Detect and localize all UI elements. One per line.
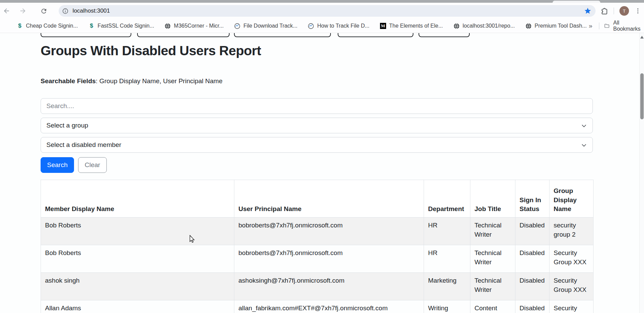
col-user-principal-name: User Principal Name (234, 180, 424, 218)
cell-department: Writing (424, 300, 470, 313)
disabled-member-select[interactable]: Select a disabled member (41, 137, 593, 153)
cell-sign-in-status: Disabled (515, 273, 550, 300)
table-row: Bob Roberts bobroberts@7xh7fj.onmicrosof… (41, 218, 594, 245)
chevron-down-icon (581, 142, 587, 148)
chevron-down-icon (581, 123, 587, 129)
cell-group: security group 2 (550, 218, 594, 245)
url-text[interactable]: localhost:3001 (73, 8, 584, 14)
col-department: Department (424, 180, 470, 218)
reload-icon[interactable] (38, 5, 50, 17)
all-bookmarks-button[interactable]: All Bookmarks (604, 20, 642, 32)
table-row: Bob Roberts bobroberts@7xh7fj.onmicrosof… (41, 245, 594, 273)
back-icon[interactable] (1, 5, 12, 17)
nav-button-cutoff-5[interactable] (419, 33, 470, 37)
disabled-member-select-value: Select a disabled member (46, 141, 121, 149)
chart-line-icon (234, 23, 241, 29)
site-info-icon[interactable] (62, 8, 69, 14)
bookmark-elements-of-elegance[interactable]: M The Elements of Ele... (380, 23, 443, 29)
forward-icon[interactable] (17, 5, 29, 17)
table-row: Allan Adams allan_fabrikam.com#EXT#@7xh7… (41, 300, 594, 313)
cell-upn: bobroberts@7xh7fj.onmicrosoft.com (234, 245, 424, 273)
table-header-row: Member Display Name User Principal Name … (41, 180, 594, 218)
nav-button-cutoff-2[interactable] (137, 33, 230, 37)
cell-sign-in-status: Disabled (515, 218, 550, 245)
searchable-fields-label: Searchable Fields (41, 77, 96, 85)
cell-sign-in-status: Disabled (515, 245, 550, 273)
cell-member: Allan Adams (41, 300, 234, 313)
globe-icon (525, 23, 532, 29)
searchable-fields-line: Searchable Fields: Group Display Name, U… (41, 77, 222, 85)
page-content: Groups With Disabled Users Report Search… (0, 33, 644, 313)
dollar-icon: $ (16, 23, 23, 29)
browser-toolbar: localhost:3001 T (0, 3, 644, 19)
cell-job-title: Technical Writer (470, 218, 515, 245)
bookmark-star-icon[interactable] (584, 7, 591, 15)
menu-kebab-icon[interactable] (634, 8, 641, 14)
bookmark-cheap-code-signing[interactable]: $ Cheap Code Signin... (16, 23, 78, 29)
cell-member: Bob Roberts (41, 218, 234, 245)
tab-strip (0, 0, 644, 3)
medium-icon: M (380, 23, 386, 29)
cell-department: HR (424, 218, 470, 245)
profile-avatar[interactable]: T (619, 6, 629, 16)
report-table: Member Display Name User Principal Name … (41, 180, 593, 313)
cell-department: HR (424, 245, 470, 273)
cell-upn: allan_fabrikam.com#EXT#@7xh7fj.onmicroso… (234, 300, 424, 313)
bookmark-file-download-tracker[interactable]: File Download Track... (234, 23, 297, 29)
chart-line-icon (308, 23, 314, 29)
dollar-icon: $ (88, 23, 95, 29)
nav-button-cutoff-4[interactable] (338, 33, 413, 37)
cell-upn: bobroberts@7xh7fj.onmicrosoft.com (234, 218, 424, 245)
nav-button-cutoff-3[interactable] (234, 33, 331, 37)
cell-job-title: Content (470, 300, 515, 313)
bookmark-fastssl-code-signing[interactable]: $ FastSSL Code Signin... (88, 23, 154, 29)
col-job-title: Job Title (470, 180, 515, 218)
toolbar-divider (614, 8, 614, 14)
cell-department: Marketing (424, 273, 470, 300)
table-row: ashok singh ashoksingh@7xh7fj.onmicrosof… (41, 273, 594, 300)
bookmark-how-to-track-file[interactable]: How to Track File D... (308, 23, 369, 29)
globe-icon (164, 23, 171, 29)
cell-job-title: Technical Writer (470, 245, 515, 273)
cell-group: Security Group XXX (550, 273, 594, 300)
search-button[interactable]: Search (41, 157, 74, 173)
page-title: Groups With Disabled Users Report (41, 43, 261, 58)
page-scrollbar[interactable] (639, 33, 644, 313)
extensions-icon[interactable] (600, 7, 608, 15)
cell-member: ashok singh (41, 273, 234, 300)
bookmark-premium-tool-dashboard[interactable]: Premium Tool Dash... (525, 23, 587, 29)
bookmarks-bar: $ Cheap Code Signin... $ FastSSL Code Si… (0, 19, 644, 33)
nav-button-cutoff-1[interactable] (41, 33, 131, 37)
group-select[interactable]: Select a group (41, 118, 593, 133)
bookmarks-right-divider (599, 23, 599, 29)
address-bar[interactable]: localhost:3001 (59, 5, 596, 17)
clear-button[interactable]: Clear (78, 157, 106, 173)
globe-icon (453, 23, 460, 29)
bookmarks-overflow-chevron[interactable]: » (587, 22, 595, 30)
scrollbar-up-arrow[interactable] (640, 36, 644, 39)
col-sign-in-status: Sign In Status (515, 180, 550, 218)
searchable-fields-value: : Group Display Name, User Principal Nam… (96, 77, 223, 85)
folder-icon (604, 23, 610, 29)
cell-group: Security (550, 300, 594, 313)
cell-upn: ashoksingh@7xh7fj.onmicrosoft.com (234, 273, 424, 300)
search-input[interactable] (41, 98, 593, 114)
col-group-display-name: Group Display Name (550, 180, 594, 218)
cell-sign-in-status: Disabled (515, 300, 550, 313)
bookmark-m365corner[interactable]: M365Corner - Micr... (164, 23, 224, 29)
bookmark-localhost-repo[interactable]: localhost:3001/repo... (453, 23, 515, 29)
cell-member: Bob Roberts (41, 245, 234, 273)
cell-group: Security Group XXX (550, 245, 594, 273)
group-select-value: Select a group (46, 122, 88, 129)
scrollbar-thumb[interactable] (640, 73, 644, 119)
col-member-display-name: Member Display Name (41, 180, 234, 218)
cell-job-title: Technical Writer (470, 273, 515, 300)
